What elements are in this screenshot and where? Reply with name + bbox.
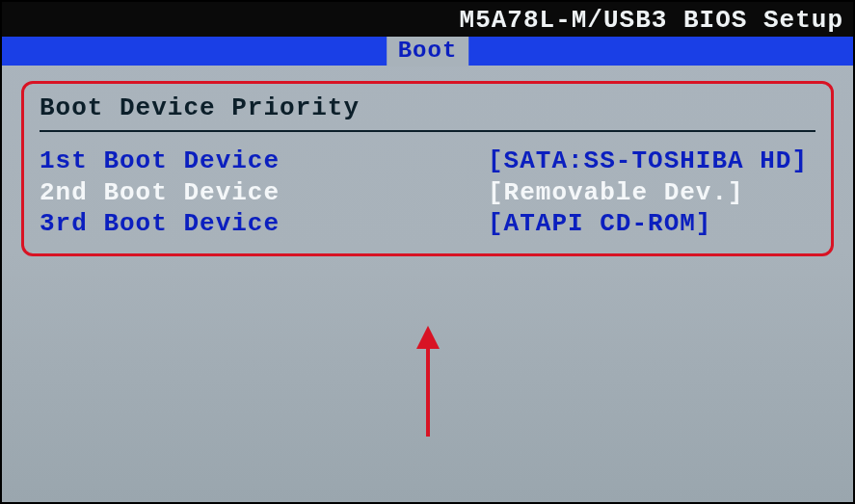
bios-title: M5A78L-M/USB3 BIOS Setup	[460, 6, 843, 35]
tab-boot-label: Boot	[398, 38, 458, 64]
boot-row-1[interactable]: 1st Boot Device [SATA:SS-TOSHIBA HD]	[40, 146, 815, 177]
boot-row-3-label: 3rd Boot Device	[40, 208, 280, 240]
content-area: Boot Device Priority 1st Boot Device [SA…	[2, 66, 853, 272]
section-title: Boot Device Priority	[40, 93, 815, 122]
bios-title-bar: M5A78L-M/USB3 BIOS Setup	[2, 2, 853, 37]
bios-screen: M5A78L-M/USB3 BIOS Setup Boot Boot Devic…	[0, 0, 855, 504]
svg-marker-1	[416, 326, 440, 349]
boot-row-3[interactable]: 3rd Boot Device [ATAPI CD-ROM]	[40, 208, 815, 240]
boot-row-2[interactable]: 2nd Boot Device [Removable Dev.]	[40, 177, 815, 209]
section-divider	[40, 130, 815, 132]
boot-row-3-value: [ATAPI CD-ROM]	[488, 208, 815, 240]
boot-row-1-value: [SATA:SS-TOSHIBA HD]	[488, 146, 815, 177]
boot-row-1-label: 1st Boot Device	[40, 146, 280, 177]
annotation-arrow-icon	[409, 326, 447, 441]
tab-boot[interactable]: Boot	[387, 37, 469, 66]
menu-bar[interactable]: Boot	[2, 37, 853, 66]
annotation-highlight-box: Boot Device Priority 1st Boot Device [SA…	[21, 81, 834, 256]
boot-row-2-value: [Removable Dev.]	[488, 177, 815, 209]
boot-row-2-label: 2nd Boot Device	[40, 177, 280, 209]
